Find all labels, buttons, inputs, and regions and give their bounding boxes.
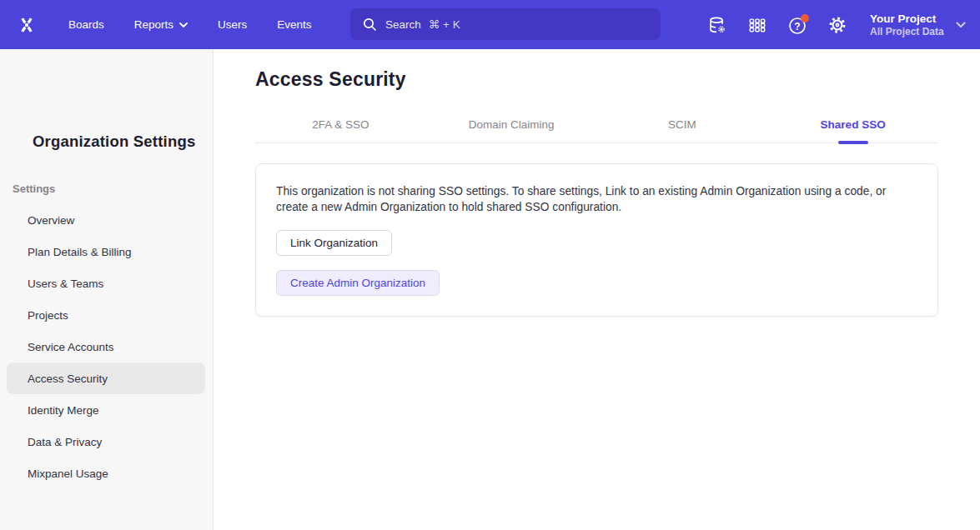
sidebar-item-data-privacy[interactable]: Data & Privacy bbox=[7, 426, 205, 458]
notification-dot bbox=[801, 14, 809, 22]
nav-item-reports[interactable]: Reports bbox=[134, 18, 188, 31]
sidebar-item-projects[interactable]: Projects bbox=[7, 299, 205, 331]
access-security-tabs: 2FA & SSO Domain Claiming SCIM Shared SS… bbox=[255, 116, 938, 143]
tab-label: 2FA & SSO bbox=[312, 118, 369, 131]
nav-item-label: Users bbox=[218, 18, 247, 31]
tab-domain-claiming[interactable]: Domain Claiming bbox=[426, 116, 597, 142]
page-title: Access Security bbox=[255, 68, 938, 91]
sidebar-item-plan-details-billing[interactable]: Plan Details & Billing bbox=[7, 236, 205, 268]
navbar-icon-cluster: ? bbox=[706, 0, 849, 49]
project-name: Your Project bbox=[870, 12, 944, 26]
nav-item-events[interactable]: Events bbox=[277, 18, 311, 31]
chevron-down-icon bbox=[179, 22, 188, 28]
apps-grid-icon[interactable] bbox=[746, 13, 769, 37]
sidebar-item-users-teams[interactable]: Users & Teams bbox=[7, 268, 205, 299]
sidebar-item-service-accounts[interactable]: Service Accounts bbox=[7, 331, 205, 362]
active-tab-underline bbox=[838, 141, 868, 144]
nav-item-label: Events bbox=[277, 18, 311, 31]
sidebar-item-overview[interactable]: Overview bbox=[7, 204, 205, 236]
tab-scim[interactable]: SCIM bbox=[597, 116, 768, 142]
tab-label: Domain Claiming bbox=[469, 118, 555, 131]
tab-label: Shared SSO bbox=[821, 118, 886, 131]
nav-item-label: Boards bbox=[68, 18, 104, 31]
sidebar-item-identity-merge[interactable]: Identity Merge bbox=[7, 394, 205, 426]
create-admin-organization-button[interactable]: Create Admin Organization bbox=[276, 270, 440, 296]
nav-item-label: Reports bbox=[134, 18, 173, 31]
primary-nav: Boards Reports Users Events bbox=[68, 0, 312, 49]
tab-shared-sso[interactable]: Shared SSO bbox=[767, 116, 938, 142]
data-management-icon[interactable] bbox=[706, 13, 729, 37]
settings-sidebar: Organization Settings Settings Overview … bbox=[0, 49, 214, 530]
tab-2fa-sso[interactable]: 2FA & SSO bbox=[255, 116, 426, 142]
help-icon[interactable]: ? bbox=[786, 13, 809, 37]
main-content: Access Security 2FA & SSO Domain Claimin… bbox=[214, 49, 980, 530]
nav-item-boards[interactable]: Boards bbox=[68, 18, 104, 31]
chevron-down-icon bbox=[956, 22, 966, 28]
search-icon bbox=[362, 17, 377, 32]
sidebar-menu: Overview Plan Details & Billing Users & … bbox=[7, 204, 205, 489]
svg-text:?: ? bbox=[794, 20, 800, 32]
search-placeholder: Search bbox=[385, 18, 421, 31]
search-shortcut: ⌘ + K bbox=[429, 18, 460, 31]
shared-sso-card: This organization is not sharing SSO set… bbox=[255, 163, 938, 317]
top-navbar: Boards Reports Users Events Search ⌘ + K bbox=[0, 0, 980, 49]
settings-gear-icon[interactable] bbox=[826, 13, 849, 37]
mixpanel-logo-icon bbox=[15, 13, 38, 37]
sidebar-section-label: Settings bbox=[13, 182, 55, 195]
sidebar-item-access-security[interactable]: Access Security bbox=[7, 362, 205, 394]
sidebar-item-mixpanel-usage[interactable]: Mixpanel Usage bbox=[7, 458, 205, 489]
mixpanel-logo[interactable] bbox=[13, 12, 40, 38]
project-selector[interactable]: Your Project All Project Data bbox=[870, 0, 966, 49]
search-input[interactable]: Search ⌘ + K bbox=[350, 8, 661, 40]
nav-item-users[interactable]: Users bbox=[218, 18, 247, 31]
sidebar-title: Organization Settings bbox=[33, 132, 195, 151]
link-organization-button[interactable]: Link Organization bbox=[276, 230, 392, 256]
tab-label: SCIM bbox=[668, 118, 696, 131]
shared-sso-description: This organization is not sharing SSO set… bbox=[276, 183, 912, 215]
project-data-view: All Project Data bbox=[870, 26, 944, 38]
